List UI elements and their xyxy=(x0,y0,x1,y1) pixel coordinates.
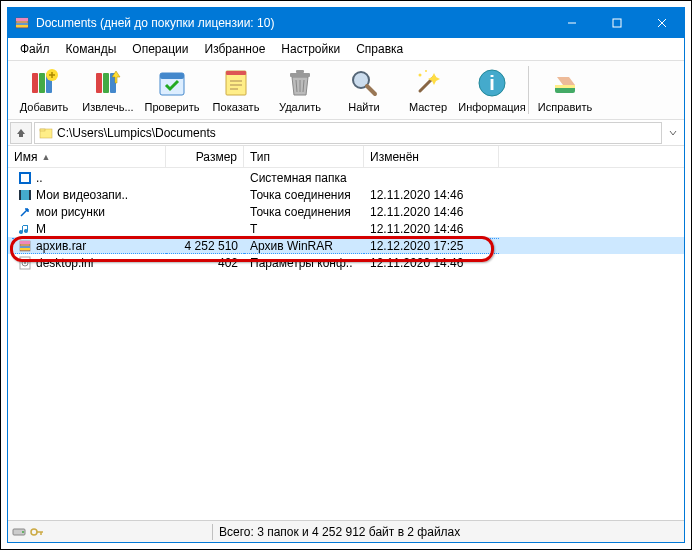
svg-point-51 xyxy=(22,531,24,533)
wand-icon xyxy=(412,67,444,99)
svg-rect-5 xyxy=(613,19,621,27)
svg-rect-16 xyxy=(160,73,184,79)
add-button[interactable]: Добавить xyxy=(12,62,76,118)
file-type: Точка соединения xyxy=(244,205,364,219)
col-type[interactable]: Тип xyxy=(244,146,364,167)
menu-favorites[interactable]: Избранное xyxy=(197,40,274,58)
col-modified[interactable]: Изменён xyxy=(364,146,499,167)
svg-text:i: i xyxy=(489,72,495,94)
menu-settings[interactable]: Настройки xyxy=(273,40,348,58)
file-type: Точка соединения xyxy=(244,188,364,202)
addressbar: C:\Users\Lumpics\Documents xyxy=(8,120,684,146)
repair-label: Исправить xyxy=(538,101,592,113)
file-icon xyxy=(18,205,32,219)
file-icon xyxy=(18,256,32,270)
minimize-button[interactable] xyxy=(549,8,594,38)
svg-rect-22 xyxy=(290,73,310,77)
toolbar: Добавить Извлечь... Проверить Показать У… xyxy=(8,60,684,120)
status-total: Всего: 3 папок и 4 252 912 байт в 2 файл… xyxy=(213,525,680,539)
menu-operations[interactable]: Операции xyxy=(124,40,196,58)
eraser-icon xyxy=(549,67,581,99)
svg-rect-8 xyxy=(32,73,38,93)
svg-rect-37 xyxy=(40,129,45,131)
delete-button[interactable]: Удалить xyxy=(268,62,332,118)
extract-label: Извлечь... xyxy=(82,101,133,113)
col-size[interactable]: Размер xyxy=(166,146,244,167)
file-name: мои рисунки xyxy=(36,205,105,219)
repair-button[interactable]: Исправить xyxy=(533,62,597,118)
list-body[interactable]: ..Системная папкаМои видеозапи..Точка со… xyxy=(8,168,684,520)
path-dropdown[interactable] xyxy=(664,122,682,144)
file-type: Системная папка xyxy=(244,171,364,185)
winrar-icon xyxy=(14,15,30,31)
calendar-check-icon xyxy=(156,67,188,99)
key-icon xyxy=(30,527,44,537)
status-left xyxy=(12,527,212,537)
file-row[interactable]: desktop.ini402Параметры конф..12.11.2020… xyxy=(8,254,684,271)
file-list: Имя▲ Размер Тип Изменён ..Системная папк… xyxy=(8,146,684,520)
wizard-label: Мастер xyxy=(409,101,447,113)
svg-rect-39 xyxy=(21,174,29,182)
find-button[interactable]: Найти xyxy=(332,62,396,118)
books-extract-icon xyxy=(92,67,124,99)
file-name: Мои видеозапи.. xyxy=(36,188,128,202)
menu-commands[interactable]: Команды xyxy=(58,40,125,58)
test-button[interactable]: Проверить xyxy=(140,62,204,118)
test-label: Проверить xyxy=(144,101,199,113)
file-type: Параметры конф.. xyxy=(244,256,364,270)
file-name: М xyxy=(36,222,46,236)
maximize-button[interactable] xyxy=(594,8,639,38)
svg-rect-2 xyxy=(16,23,28,25)
close-button[interactable] xyxy=(639,8,684,38)
folder-icon xyxy=(39,126,53,140)
svg-point-31 xyxy=(425,70,427,72)
magnifier-icon xyxy=(348,67,380,99)
file-row[interactable]: ..Системная папка xyxy=(8,169,684,186)
outer-border: Documents (дней до покупки лицензии: 10)… xyxy=(0,0,692,550)
svg-point-49 xyxy=(24,262,26,264)
file-size: 4 252 510 xyxy=(166,238,244,254)
menubar: Файл Команды Операции Избранное Настройк… xyxy=(8,38,684,60)
svg-rect-46 xyxy=(20,248,30,250)
svg-point-52 xyxy=(31,529,37,535)
file-row[interactable]: архив.rar4 252 510Архив WinRAR12.12.2020… xyxy=(8,237,684,254)
window-title: Documents (дней до покупки лицензии: 10) xyxy=(36,16,549,30)
svg-rect-42 xyxy=(29,190,31,200)
svg-rect-41 xyxy=(19,190,21,200)
file-modified: 12.11.2020 14:46 xyxy=(364,205,499,219)
extract-button[interactable]: Извлечь... xyxy=(76,62,140,118)
file-row[interactable]: МТ12.11.2020 14:46 xyxy=(8,220,684,237)
menu-file[interactable]: Файл xyxy=(12,40,58,58)
svg-rect-35 xyxy=(555,85,575,88)
info-icon: i xyxy=(476,67,508,99)
col-name[interactable]: Имя▲ xyxy=(8,146,166,167)
svg-rect-18 xyxy=(226,71,246,75)
wizard-button[interactable]: Мастер xyxy=(396,62,460,118)
info-button[interactable]: i Информация xyxy=(460,62,524,118)
svg-rect-13 xyxy=(103,73,109,93)
svg-rect-12 xyxy=(96,73,102,93)
file-modified: 12.12.2020 17:25 xyxy=(364,238,499,254)
svg-line-28 xyxy=(367,86,375,94)
find-label: Найти xyxy=(348,101,379,113)
path-box[interactable]: C:\Users\Lumpics\Documents xyxy=(34,122,662,144)
view-button[interactable]: Показать xyxy=(204,62,268,118)
file-name: desktop.ini xyxy=(36,256,93,270)
file-modified: 12.11.2020 14:46 xyxy=(364,256,499,270)
trash-icon xyxy=(284,67,316,99)
up-button[interactable] xyxy=(10,122,32,144)
svg-rect-45 xyxy=(20,246,30,248)
menu-help[interactable]: Справка xyxy=(348,40,411,58)
file-type: Архив WinRAR xyxy=(244,238,364,254)
file-row[interactable]: Мои видеозапи..Точка соединения12.11.202… xyxy=(8,186,684,203)
file-row[interactable]: мои рисункиТочка соединения12.11.2020 14… xyxy=(8,203,684,220)
drive-icon xyxy=(12,527,26,537)
file-name: архив.rar xyxy=(36,239,86,253)
toolbar-separator xyxy=(528,66,529,114)
app-window: Documents (дней до покупки лицензии: 10)… xyxy=(7,7,685,543)
notepad-icon xyxy=(220,67,252,99)
file-modified: 12.11.2020 14:46 xyxy=(364,188,499,202)
file-modified: 12.11.2020 14:46 xyxy=(364,222,499,236)
svg-rect-1 xyxy=(16,18,28,21)
sort-asc-icon: ▲ xyxy=(41,152,50,162)
